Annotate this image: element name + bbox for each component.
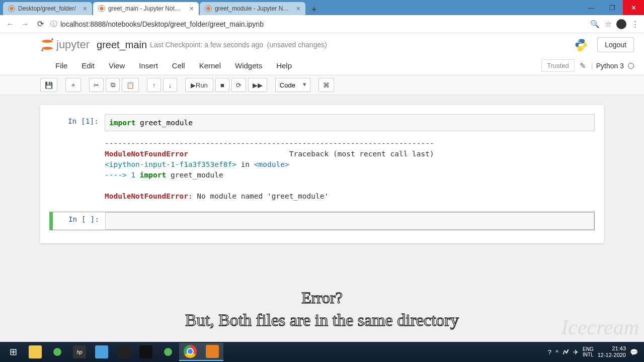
jupyter-favicon	[98, 5, 105, 12]
output-prompt	[49, 135, 105, 205]
notepad-icon[interactable]	[91, 343, 113, 361]
menu-kernel[interactable]: Kernel	[192, 58, 228, 73]
app-icon-4[interactable]	[157, 343, 179, 361]
address-bar: ← → ⟳ ⓘ localhost:8888/notebooks/Desktop…	[0, 15, 644, 33]
jupyter-favicon	[205, 5, 212, 12]
clock[interactable]: 21:43 12-12-2020	[598, 345, 626, 358]
app-icon[interactable]	[46, 343, 68, 361]
cell-prompt: In [ ]:	[53, 212, 105, 229]
restart-run-all-button[interactable]: ▶▶	[248, 78, 267, 92]
minimize-button[interactable]: —	[581, 0, 602, 15]
cell-input[interactable]: import greet_module	[105, 114, 595, 131]
jupyter-logo[interactable]: jupyter	[40, 38, 90, 52]
help-icon[interactable]: ?	[548, 348, 551, 356]
window-controls: — ❐ ✕	[581, 0, 644, 15]
jupyter-favicon	[8, 5, 15, 12]
tab-title: Desktop/greet_folder/	[18, 5, 76, 12]
back-icon[interactable]: ←	[5, 20, 15, 29]
menu-help[interactable]: Help	[269, 58, 299, 73]
menu-widgets[interactable]: Widgets	[228, 58, 269, 73]
trusted-indicator[interactable]: Trusted	[541, 59, 575, 72]
new-tab-button[interactable]: +	[306, 5, 322, 15]
tab-close-icon[interactable]: ×	[296, 5, 300, 13]
hp-icon[interactable]: hp	[68, 343, 91, 361]
info-icon[interactable]: ⓘ	[50, 20, 57, 29]
jupyter-page: jupyter greet_main Last Checkpoint: a fe…	[0, 33, 644, 362]
code-cell-2[interactable]: In [ ]:	[49, 212, 595, 230]
copy-button[interactable]: ⧉	[106, 78, 120, 92]
tab-close-icon[interactable]: ×	[83, 5, 87, 13]
cell-type-select[interactable]: Code	[275, 78, 310, 92]
notebook-area: In [1]: import greet_module ------------…	[0, 95, 644, 362]
kernel-name[interactable]: Python 3	[593, 62, 627, 70]
app-icon-2[interactable]	[113, 343, 135, 361]
cell-output-1: ----------------------------------------…	[49, 135, 595, 205]
command-palette-button[interactable]: ⌘	[318, 78, 334, 92]
move-down-button[interactable]: ↓	[163, 78, 177, 92]
recorder-icon[interactable]	[201, 343, 223, 361]
airplane-icon[interactable]: ✈	[573, 348, 579, 356]
start-button[interactable]: ⊞	[2, 343, 24, 361]
tab-title: greet_main - Jupyter Notebook	[108, 5, 183, 12]
maximize-button[interactable]: ❐	[602, 0, 623, 15]
battery-icon[interactable]: 🗲	[562, 348, 569, 356]
tab-close-icon[interactable]: ×	[190, 5, 194, 13]
zoom-icon[interactable]: 🔍	[590, 20, 600, 29]
python-logo-icon	[574, 38, 588, 52]
browser-tab-2[interactable]: greet_module - Jupyter Notebo ×	[200, 2, 305, 15]
tray-chevron-icon[interactable]: ^	[555, 348, 558, 356]
tab-title: greet_module - Jupyter Notebo	[215, 5, 289, 12]
system-tray: ? ^ 🗲 ✈ ENG INTL 21:43 12-12-2020 💬	[548, 345, 642, 358]
save-button[interactable]: 💾	[40, 78, 57, 92]
jupyter-logo-icon	[40, 38, 54, 52]
language-indicator[interactable]: ENG INTL	[583, 346, 594, 357]
restart-button[interactable]: ⟳	[231, 78, 246, 92]
notebook-name[interactable]: greet_main	[97, 39, 147, 51]
cut-button[interactable]: ✂	[89, 78, 104, 92]
notebook-container: In [1]: import greet_module ------------…	[40, 105, 604, 243]
jupyter-logo-text: jupyter	[56, 38, 90, 51]
browser-tab-bar: Desktop/greet_folder/ × greet_main - Jup…	[0, 0, 644, 15]
file-explorer-icon[interactable]	[24, 343, 46, 361]
bookmark-icon[interactable]: ☆	[605, 20, 611, 29]
logout-button[interactable]: Logout	[597, 37, 634, 52]
menu-edit[interactable]: Edit	[74, 58, 102, 73]
cell-input[interactable]	[105, 212, 594, 229]
close-button[interactable]: ✕	[623, 0, 644, 15]
chrome-icon[interactable]	[179, 343, 201, 361]
url-text: localhost:8888/notebooks/Desktop/greet_f…	[60, 20, 264, 28]
code-cell-1[interactable]: In [1]: import greet_module	[49, 114, 595, 131]
toolbar: 💾 ＋ ✂ ⧉ 📋 ↑ ↓ ▶ Run ■ ⟳ ▶▶ Code ⌘	[0, 75, 644, 95]
url-field[interactable]: ⓘ localhost:8888/notebooks/Desktop/greet…	[50, 20, 585, 29]
run-button[interactable]: ▶ Run	[185, 78, 213, 92]
kernel-status-icon	[628, 63, 634, 69]
app-icon-3[interactable]	[135, 343, 157, 361]
menu-file[interactable]: File	[48, 58, 74, 73]
add-cell-button[interactable]: ＋	[65, 78, 81, 92]
reload-icon[interactable]: ⟳	[35, 19, 45, 29]
jupyter-header: jupyter greet_main Last Checkpoint: a fe…	[0, 33, 644, 56]
paste-button[interactable]: 📋	[122, 78, 139, 92]
forward-icon[interactable]: →	[20, 20, 30, 29]
browser-tab-1[interactable]: greet_main - Jupyter Notebook ×	[93, 2, 199, 15]
menu-insert[interactable]: Insert	[132, 58, 165, 73]
menu-bar: File Edit View Insert Cell Kernel Widget…	[0, 56, 644, 75]
stop-button[interactable]: ■	[215, 78, 229, 92]
error-output: ----------------------------------------…	[105, 135, 595, 205]
browser-tab-0[interactable]: Desktop/greet_folder/ ×	[3, 2, 92, 15]
checkpoint-text: Last Checkpoint: a few seconds ago (unsa…	[150, 41, 327, 49]
pencil-icon[interactable]: ✎	[580, 61, 586, 70]
notifications-icon[interactable]: 💬	[630, 348, 638, 356]
cell-prompt: In [1]:	[49, 114, 105, 131]
windows-taskbar: ⊞ hp ? ^ 🗲 ✈ ENG INTL 21:43 12-12-2020 💬	[0, 342, 644, 362]
menu-cell[interactable]: Cell	[165, 58, 192, 73]
menu-view[interactable]: View	[102, 58, 132, 73]
move-up-button[interactable]: ↑	[147, 78, 161, 92]
profile-avatar[interactable]	[616, 19, 626, 29]
menu-icon[interactable]: ⋮	[631, 20, 639, 29]
